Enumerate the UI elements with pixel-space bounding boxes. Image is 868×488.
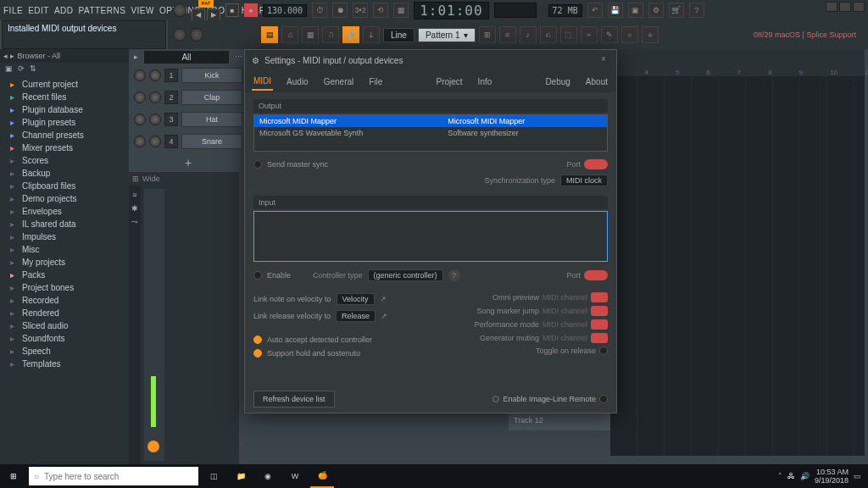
- browser-item[interactable]: ▸Mixer presets: [0, 141, 129, 154]
- link-note-curve-icon[interactable]: ↗: [380, 295, 387, 303]
- browser-item[interactable]: ▸Recent files: [0, 91, 129, 103]
- dialog-titlebar[interactable]: ⚙ Settings - MIDI input / output devices…: [245, 50, 616, 70]
- hold-sostenuto-led[interactable]: [253, 349, 262, 358]
- eq-icon[interactable]: ≡: [132, 191, 136, 199]
- channel-pan-knob[interactable]: [134, 92, 146, 103]
- menu-view[interactable]: VIEW: [131, 6, 154, 15]
- channel-number[interactable]: 3: [164, 113, 178, 126]
- sort-icon[interactable]: ⇅: [30, 64, 36, 73]
- refresh-device-list-button[interactable]: Refresh device list: [253, 391, 335, 408]
- undo-icon[interactable]: ↶: [587, 3, 603, 18]
- tempo-display[interactable]: 130.000: [263, 4, 307, 17]
- pitch-knob[interactable]: [173, 28, 186, 42]
- browser-item[interactable]: ▸Scores: [0, 154, 129, 167]
- track-12-header[interactable]: Track 12: [509, 413, 610, 430]
- mixer-wide-label[interactable]: Wide: [142, 175, 160, 183]
- playlist-grid[interactable]: [610, 76, 865, 456]
- maximize-button[interactable]: [839, 2, 851, 12]
- help-icon[interactable]: ?: [689, 3, 704, 18]
- output-port-value[interactable]: [584, 159, 608, 169]
- tab-midi[interactable]: MIDI: [252, 73, 273, 91]
- channel-row[interactable]: 4Snare: [129, 130, 248, 152]
- tray-net-icon[interactable]: 🖧: [787, 472, 795, 480]
- input-port-value[interactable]: [584, 270, 608, 280]
- ch-opts-icon[interactable]: ⋯: [235, 53, 242, 61]
- il-remote-led[interactable]: [599, 395, 608, 403]
- tab-project[interactable]: Project: [434, 74, 464, 90]
- playlist-icon[interactable]: ▤: [261, 26, 278, 43]
- link-note-value[interactable]: Velocity: [337, 293, 375, 305]
- send-master-led[interactable]: [253, 160, 262, 169]
- channel-filter[interactable]: All: [143, 50, 230, 64]
- midi-channel-value[interactable]: [591, 292, 608, 302]
- midi-channel-value[interactable]: [591, 319, 608, 330]
- channel-name[interactable]: Snare: [181, 134, 242, 149]
- menu-add[interactable]: ADD: [54, 6, 74, 15]
- start-button[interactable]: ⊞: [2, 464, 25, 488]
- tab-about[interactable]: About: [584, 74, 609, 90]
- enable-led[interactable]: [253, 271, 262, 280]
- snap-combo[interactable]: Line: [383, 28, 415, 42]
- tool-c[interactable]: ♪: [520, 26, 537, 43]
- channel-vol-knob[interactable]: [149, 114, 161, 125]
- browser-item[interactable]: ▸Clipboard files: [0, 180, 129, 192]
- add-channel-button[interactable]: +: [129, 156, 248, 169]
- minimize-button[interactable]: [826, 2, 837, 12]
- link-release-curve-icon[interactable]: ↗: [381, 312, 387, 320]
- stop-button[interactable]: ■: [225, 3, 239, 17]
- channel-name[interactable]: Clap: [181, 90, 242, 105]
- mixer-track-2[interactable]: [188, 189, 205, 461]
- pianoroll-icon[interactable]: ♫: [281, 26, 298, 43]
- pattern-combo[interactable]: Pattern 1 ▾: [418, 28, 476, 42]
- dialog-close-button[interactable]: ×: [598, 54, 609, 66]
- menu-patterns[interactable]: PATTERNS: [79, 6, 126, 15]
- channel-row[interactable]: 1Kick: [129, 64, 248, 86]
- taskbar-search[interactable]: ○ Type here to search: [29, 467, 198, 485]
- link-release-value[interactable]: Release: [336, 310, 376, 322]
- output-device-list[interactable]: Microsoft MIDI MapperMicrosoft MIDI Mapp…: [253, 114, 608, 152]
- tool-b[interactable]: ≡: [499, 26, 516, 43]
- explorer-icon[interactable]: 📁: [229, 464, 253, 488]
- tool-g[interactable]: ✎: [601, 26, 618, 43]
- tray-vol-icon[interactable]: 🔊: [800, 472, 810, 480]
- browser-item[interactable]: ▸Sliced audio: [0, 319, 129, 332]
- settings-icon[interactable]: ⚙: [648, 3, 664, 18]
- tab-file[interactable]: File: [367, 74, 384, 90]
- browser-item[interactable]: ▸Impulses: [0, 230, 129, 243]
- mixer-track-1[interactable]: [168, 189, 185, 461]
- channel-number[interactable]: 2: [164, 91, 178, 104]
- fx-icon[interactable]: ✱: [131, 204, 138, 213]
- save-icon[interactable]: 💾: [608, 3, 623, 18]
- browser-item[interactable]: ▸Misc: [0, 243, 129, 256]
- output-device-row[interactable]: Microsoft GS Wavetable SynthSoftware syn…: [254, 127, 607, 139]
- channel-pan-knob[interactable]: [134, 136, 146, 147]
- browser-item[interactable]: ▸Rendered: [0, 307, 129, 319]
- song-position[interactable]: 1:01:00: [414, 2, 488, 19]
- browser-item[interactable]: ▸Backup: [0, 167, 129, 180]
- browser-header[interactable]: ◂ ▸ Browser - All: [0, 49, 129, 63]
- auto-accept-led[interactable]: [253, 336, 262, 344]
- browser-item[interactable]: ▸IL shared data: [0, 218, 129, 230]
- channel-row[interactable]: 3Hat: [129, 108, 248, 130]
- tray-up-icon[interactable]: ˄: [778, 472, 782, 480]
- channel-pan-knob[interactable]: [134, 69, 146, 81]
- channel-vol-knob[interactable]: [149, 69, 161, 81]
- task-view-icon[interactable]: ◫: [202, 464, 225, 488]
- channel-row[interactable]: 2Clap: [129, 86, 248, 108]
- tab-info[interactable]: Info: [476, 74, 494, 90]
- swing-knob[interactable]: [190, 28, 203, 42]
- browser-item[interactable]: ▸Soundfonts: [0, 332, 129, 345]
- mixer-view-icon[interactable]: ⊞: [132, 175, 139, 183]
- close-button[interactable]: [853, 2, 865, 12]
- menu-edit[interactable]: EDIT: [28, 6, 49, 15]
- midi-channel-value[interactable]: [591, 306, 608, 316]
- tray-clock[interactable]: 10:53 AM9/19/2018: [815, 468, 849, 485]
- collapse-icon[interactable]: ▣: [5, 64, 13, 73]
- browser-item[interactable]: ▸Project bones: [0, 281, 129, 294]
- browser-item[interactable]: ▸Demo projects: [0, 192, 129, 205]
- controller-type-value[interactable]: (generic controller): [368, 269, 443, 281]
- refresh-icon[interactable]: ⟳: [18, 64, 25, 73]
- browser-item[interactable]: ▸Current project: [0, 78, 129, 91]
- browser-item[interactable]: ▸Envelopes: [0, 205, 129, 218]
- browser-item[interactable]: ▸Templates: [0, 358, 129, 370]
